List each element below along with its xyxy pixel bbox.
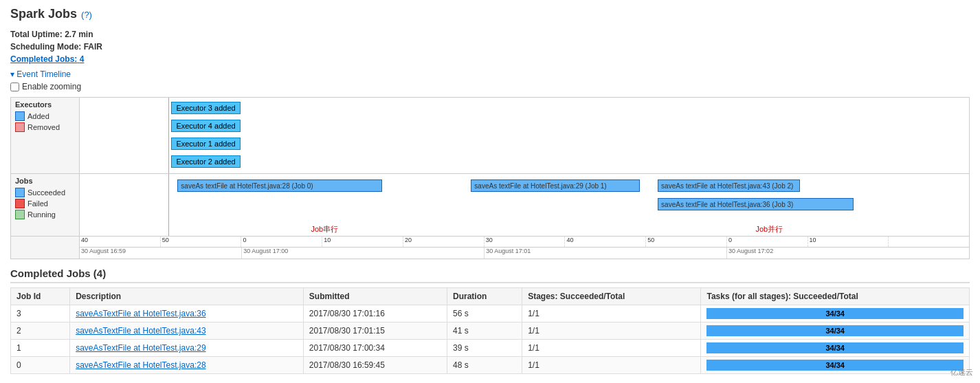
cell-stages: 1/1: [522, 340, 701, 357]
job-description-link[interactable]: saveAsTextFile at HotelTest.java:29: [76, 343, 205, 353]
date-1702: 30 August 17:02: [727, 248, 969, 259]
cell-submitted: 2017/08/30 17:01:16: [303, 305, 447, 322]
date-1700: 30 August 17:00: [242, 248, 485, 259]
cell-job-id: 0: [11, 357, 70, 374]
table-row: 2saveAsTextFile at HotelTest.java:432017…: [11, 322, 970, 340]
completed-jobs-link[interactable]: Completed Jobs: 4: [10, 54, 84, 64]
cell-submitted: 2017/08/30 17:01:15: [303, 322, 447, 340]
tick-10b: 10: [808, 237, 889, 247]
failed-legend-box: [15, 199, 25, 208]
cell-job-id: 2: [11, 322, 70, 340]
cell-description: saveAsTextFile at HotelTest.java:29: [70, 340, 304, 357]
job3-label: saveAs textFile at HotelTest.java:36 (Jo…: [661, 201, 793, 208]
tick-50: 50: [161, 237, 242, 247]
cell-duration: 48 s: [447, 357, 522, 374]
axis-spacer: [11, 237, 80, 259]
cell-tasks: 34/34: [701, 357, 970, 374]
table-row: 0saveAsTextFile at HotelTest.java:282017…: [11, 357, 970, 374]
removed-legend-label: Removed: [27, 123, 60, 131]
cell-stages: 1/1: [522, 322, 701, 340]
executor1-btn: Executor 1 added: [171, 138, 240, 150]
added-legend-box: [15, 111, 25, 121]
date-1701: 30 August 17:01: [485, 248, 727, 259]
cell-submitted: 2017/08/30 16:59:45: [303, 357, 447, 374]
event-timeline-toggle[interactable]: ▾ Event Timeline: [10, 69, 970, 79]
col-tasks: Tasks (for all stages): Succeeded/Total: [701, 288, 970, 305]
succeeded-legend-box: [15, 188, 25, 197]
failed-legend-label: Failed: [27, 199, 48, 208]
executor-legend-removed: Removed: [15, 122, 75, 132]
job2-label: saveAs textFile at HotelTest.java:43 (Jo…: [661, 182, 793, 190]
job3-bar[interactable]: saveAs textFile at HotelTest.java:36 (Jo…: [658, 198, 854, 210]
cell-tasks: 34/34: [701, 305, 970, 322]
col-stages: Stages: Succeeded/Total: [522, 288, 701, 305]
tasks-progress-label: 34/34: [825, 342, 845, 353]
date-1659: 30 August 16:59: [80, 248, 242, 259]
meta-uptime: Total Uptime: 2.7 min: [10, 30, 970, 39]
jobs-divider: [168, 174, 169, 236]
job-description-link[interactable]: saveAsTextFile at HotelTest.java:28: [76, 360, 205, 370]
cell-stages: 1/1: [522, 357, 701, 374]
succeeded-legend-label: Succeeded: [27, 188, 65, 197]
added-legend-label: Added: [27, 112, 49, 120]
jobs-section: Jobs Succeeded Failed Running saveAs tex…: [11, 174, 969, 237]
tick-0a: 0: [241, 237, 322, 247]
date-row: 30 August 16:59 30 August 17:00 30 Augus…: [80, 248, 969, 259]
tasks-progress-bar: 34/34: [706, 360, 964, 371]
enable-zooming-checkbox[interactable]: [10, 83, 19, 91]
executor4-btn: Executor 4 added: [171, 120, 240, 132]
running-legend-box: [15, 210, 25, 219]
job0-bar[interactable]: saveAs textFile at HotelTest.java:28 (Jo…: [177, 179, 382, 192]
tick-30a: 30: [485, 237, 566, 247]
tick-0b: 0: [727, 237, 808, 247]
executors-title: Executors: [15, 100, 75, 109]
tasks-progress-label: 34/34: [825, 325, 845, 336]
tasks-progress-bar: 34/34: [706, 325, 964, 336]
jobs-legend-failed: Failed: [15, 199, 75, 208]
jobs-label: Jobs Succeeded Failed Running: [11, 174, 80, 236]
jobs-table: Job Id Description Submitted Duration St…: [10, 287, 970, 374]
tick-10a: 10: [322, 237, 403, 247]
cell-job-id: 3: [11, 305, 70, 322]
job-description-link[interactable]: saveAsTextFile at HotelTest.java:43: [76, 326, 205, 336]
cell-job-id: 1: [11, 340, 70, 357]
tick-20a: 20: [403, 237, 485, 247]
tick-20b: [889, 237, 969, 247]
annotation-parallel: Job并行: [755, 224, 783, 234]
jobs-chart: saveAs textFile at HotelTest.java:28 (Jo…: [80, 174, 969, 236]
tasks-progress-bar: 34/34: [706, 308, 964, 319]
cell-duration: 41 s: [447, 322, 522, 340]
col-submitted: Submitted: [303, 288, 447, 305]
jobs-title: Jobs: [15, 177, 75, 185]
table-header: Job Id Description Submitted Duration St…: [11, 288, 970, 305]
jobs-legend-succeeded: Succeeded: [15, 188, 75, 197]
meta-completed: Completed Jobs: 4: [10, 54, 970, 64]
annotation-serial: Job串行: [311, 224, 338, 234]
executor-legend-added: Added: [15, 111, 75, 121]
job2-bar[interactable]: saveAs textFile at HotelTest.java:43 (Jo…: [658, 179, 800, 192]
completed-jobs-title: Completed Jobs (4): [10, 267, 970, 283]
job1-label: saveAs textFile at HotelTest.java:29 (Jo…: [474, 182, 606, 190]
table-row: 1saveAsTextFile at HotelTest.java:292017…: [11, 340, 970, 357]
removed-legend-box: [15, 122, 25, 132]
timeline-container: Executors Added Removed Executor 3 added…: [10, 97, 970, 259]
running-legend-label: Running: [27, 210, 56, 219]
job1-bar[interactable]: saveAs textFile at HotelTest.java:29 (Jo…: [471, 179, 640, 192]
help-link[interactable]: (?): [81, 10, 92, 20]
axis-row: 40 50 0 10 20 30 40 50 0 10 30 August 16…: [11, 237, 969, 259]
enable-zooming-label: Enable zooming: [22, 82, 81, 91]
cell-stages: 1/1: [522, 305, 701, 322]
tick-40a: 40: [565, 237, 646, 247]
job0-label: saveAs textFile at HotelTest.java:28 (Jo…: [181, 182, 313, 190]
cell-description: saveAsTextFile at HotelTest.java:28: [70, 357, 304, 374]
meta-scheduling: Scheduling Mode: FAIR: [10, 42, 970, 52]
cell-submitted: 2017/08/30 17:00:34: [303, 340, 447, 357]
cell-duration: 39 s: [447, 340, 522, 357]
executors-label: Executors Added Removed: [11, 98, 80, 173]
executors-chart: Executor 3 added Executor 4 added Execut…: [80, 98, 969, 173]
job-description-link[interactable]: saveAsTextFile at HotelTest.java:36: [76, 309, 205, 318]
watermark: 亿速云: [950, 367, 973, 377]
table-header-row: Job Id Description Submitted Duration St…: [11, 288, 970, 305]
tick-row: 40 50 0 10 20 30 40 50 0 10: [80, 237, 969, 248]
executors-section: Executors Added Removed Executor 3 added…: [11, 98, 969, 174]
